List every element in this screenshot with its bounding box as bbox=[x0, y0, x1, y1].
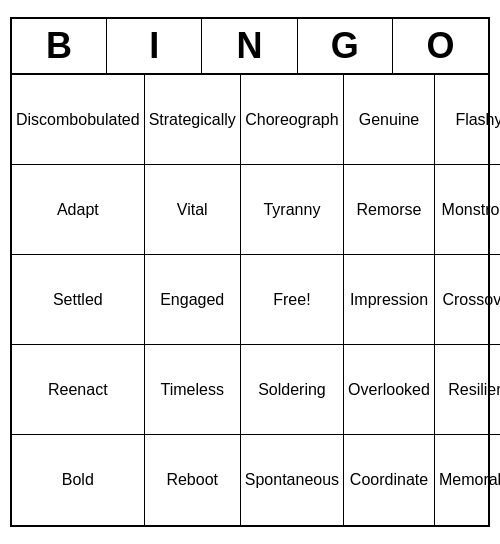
bingo-cell: Resilient bbox=[435, 345, 500, 435]
bingo-cell: Spontaneous bbox=[241, 435, 344, 525]
cell-text: Genuine bbox=[359, 110, 420, 129]
cell-text: Resilient bbox=[448, 380, 500, 399]
bingo-cell: Remorse bbox=[344, 165, 435, 255]
cell-text: Engaged bbox=[160, 290, 224, 309]
cell-text: Reenact bbox=[48, 380, 108, 399]
bingo-cell: Coordinate bbox=[344, 435, 435, 525]
bingo-cell: Monstrous bbox=[435, 165, 500, 255]
cell-text: Free! bbox=[273, 290, 310, 309]
header-letter: B bbox=[12, 19, 107, 73]
bingo-grid: DiscombobulatedStrategicallyChoreographG… bbox=[12, 75, 488, 525]
cell-text: Soldering bbox=[258, 380, 326, 399]
cell-text: Reboot bbox=[166, 470, 218, 489]
bingo-cell: Free! bbox=[241, 255, 344, 345]
cell-text: Spontaneous bbox=[245, 470, 339, 489]
cell-text: Timeless bbox=[160, 380, 223, 399]
bingo-cell: Tyranny bbox=[241, 165, 344, 255]
cell-text: Tyranny bbox=[263, 200, 320, 219]
bingo-cell: Discombobulated bbox=[12, 75, 145, 165]
bingo-cell: Crossover bbox=[435, 255, 500, 345]
bingo-cell: Soldering bbox=[241, 345, 344, 435]
cell-text: Remorse bbox=[357, 200, 422, 219]
bingo-cell: Genuine bbox=[344, 75, 435, 165]
bingo-cell: Choreograph bbox=[241, 75, 344, 165]
bingo-cell: Overlooked bbox=[344, 345, 435, 435]
cell-text: Bold bbox=[62, 470, 94, 489]
cell-text: Settled bbox=[53, 290, 103, 309]
bingo-cell: Engaged bbox=[145, 255, 241, 345]
header-letter: O bbox=[393, 19, 488, 73]
bingo-cell: Bold bbox=[12, 435, 145, 525]
cell-text: Discombobulated bbox=[16, 110, 140, 129]
cell-text: Strategically bbox=[149, 110, 236, 129]
cell-text: Choreograph bbox=[245, 110, 338, 129]
bingo-card: BINGO DiscombobulatedStrategicallyChoreo… bbox=[10, 17, 490, 527]
header-letter: N bbox=[202, 19, 297, 73]
bingo-cell: Strategically bbox=[145, 75, 241, 165]
bingo-cell: Adapt bbox=[12, 165, 145, 255]
cell-text: Overlooked bbox=[348, 380, 430, 399]
bingo-cell: Reenact bbox=[12, 345, 145, 435]
bingo-cell: Settled bbox=[12, 255, 145, 345]
header-letter: G bbox=[298, 19, 393, 73]
bingo-cell: Memorable bbox=[435, 435, 500, 525]
cell-text: Coordinate bbox=[350, 470, 428, 489]
cell-text: Monstrous bbox=[442, 200, 500, 219]
bingo-cell: Flashy bbox=[435, 75, 500, 165]
bingo-cell: Vital bbox=[145, 165, 241, 255]
cell-text: Flashy bbox=[455, 110, 500, 129]
bingo-cell: Timeless bbox=[145, 345, 241, 435]
cell-text: Memorable bbox=[439, 470, 500, 489]
cell-text: Adapt bbox=[57, 200, 99, 219]
cell-text: Vital bbox=[177, 200, 208, 219]
header-letter: I bbox=[107, 19, 202, 73]
cell-text: Crossover bbox=[442, 290, 500, 309]
cell-text: Impression bbox=[350, 290, 428, 309]
bingo-header: BINGO bbox=[12, 19, 488, 75]
bingo-cell: Impression bbox=[344, 255, 435, 345]
bingo-cell: Reboot bbox=[145, 435, 241, 525]
